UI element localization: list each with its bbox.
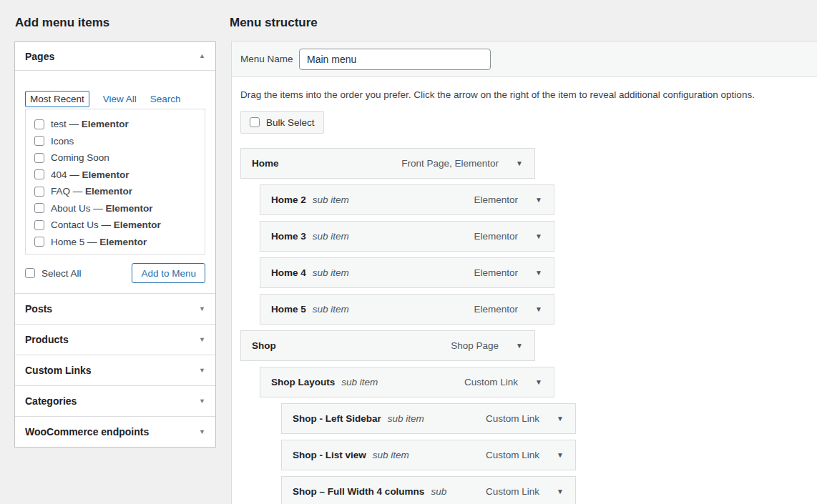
chevron-down-icon[interactable]: ▼ [557, 488, 564, 495]
page-item-state: Elementor [85, 186, 132, 197]
accordion-header[interactable]: WooCommerce endpoints▼ [15, 417, 215, 447]
menu-item-type-label: Elementor [474, 304, 519, 315]
page-item-label: Contact Us — Elementor [51, 219, 161, 230]
accordion-pages-header[interactable]: Pages ▲ [15, 42, 215, 71]
menu-structure-title: Menu structure [230, 16, 318, 30]
page-item-label: Home 5 — Elementor [51, 237, 147, 247]
chevron-down-icon[interactable]: ▼ [516, 160, 523, 167]
menu-items-list: HomeFront Page, Elementor▼Home 2sub item… [240, 148, 808, 504]
menu-item-sub-label: sub [431, 486, 446, 497]
page-item-label: Coming Soon [51, 152, 109, 163]
page-checklist-item[interactable]: Home 5 — Elementor [26, 234, 205, 251]
menu-structure-body: Drag the items into the order you prefer… [232, 89, 817, 504]
sidebar-section-woocommerce-endpoints: WooCommerce endpoints▼ [15, 416, 215, 447]
menu-item-bar[interactable]: Home 2sub itemElementor▼ [260, 184, 554, 215]
drag-instruction: Drag the items into the order you prefer… [240, 89, 808, 100]
chevron-up-icon: ▲ [199, 53, 205, 59]
chevron-down-icon[interactable]: ▼ [535, 197, 542, 204]
menu-item-bar[interactable]: Home 4sub itemElementor▼ [260, 257, 554, 288]
chevron-down-icon[interactable]: ▼ [535, 270, 542, 277]
checkbox-icon[interactable] [34, 136, 44, 146]
accordion-label: WooCommerce endpoints [25, 426, 149, 438]
accordion-label: Products [25, 334, 69, 345]
checkbox-icon[interactable] [34, 203, 44, 213]
checkbox-icon[interactable] [34, 237, 44, 247]
menu-item-title: Shop Layouts [271, 377, 335, 387]
page-item-label: 404 — Elementor [51, 169, 129, 180]
accordion-label: Categories [25, 395, 77, 407]
page-item-state: Elementor [82, 169, 129, 180]
page-item-label: test — Elementor [51, 119, 129, 129]
menu-item-bar[interactable]: HomeFront Page, Elementor▼ [240, 148, 535, 179]
checkbox-icon[interactable] [34, 119, 44, 129]
menu-item-title: Home [252, 158, 279, 169]
checkbox-icon[interactable] [34, 153, 44, 163]
checkbox-icon[interactable] [34, 187, 44, 197]
menu-item-bar[interactable]: Shop – Full Width 4 columnssubCustom Lin… [281, 476, 576, 504]
page-item-state: Elementor [99, 237, 147, 247]
page-checklist-item[interactable]: Coming Soon [26, 149, 205, 167]
menu-item-type-label: Custom Link [486, 413, 539, 424]
chevron-down-icon: ▼ [199, 429, 205, 435]
bulk-select-toggle[interactable]: Bulk Select [240, 111, 324, 134]
menu-item-type-label: Elementor [474, 231, 519, 242]
checkbox-icon[interactable] [34, 169, 44, 179]
sidebar-section-categories: Categories▼ [15, 385, 215, 416]
menu-item-bar[interactable]: ShopShop Page▼ [240, 330, 535, 361]
menu-item-sub-label: sub item [313, 231, 349, 242]
menu-item-sub-label: sub item [313, 304, 349, 315]
menu-item-bar[interactable]: Shop - Left Sidebarsub itemCustom Link▼ [281, 403, 576, 434]
menu-item-bar[interactable]: Shop - List viewsub itemCustom Link▼ [281, 440, 576, 470]
select-all-label: Select All [41, 268, 82, 279]
tab-view-all[interactable]: View All [103, 94, 137, 104]
sidebar-section-products: Products▼ [15, 324, 215, 355]
accordion-label: Posts [25, 303, 52, 315]
menu-item-bar[interactable]: Home 3sub itemElementor▼ [260, 221, 554, 252]
accordion-header[interactable]: Custom Links▼ [15, 355, 215, 385]
chevron-down-icon: ▼ [199, 367, 205, 374]
menu-item-type-label: Custom Link [464, 377, 518, 387]
chevron-down-icon[interactable]: ▼ [535, 379, 542, 386]
add-menu-items-title: Add menu items [15, 16, 109, 30]
tab-search[interactable]: Search [150, 94, 181, 104]
checkbox-icon[interactable] [25, 268, 35, 278]
chevron-down-icon: ▼ [199, 306, 205, 312]
page-item-label: Icons [51, 136, 74, 147]
chevron-down-icon[interactable]: ▼ [516, 342, 523, 350]
chevron-down-icon[interactable]: ▼ [535, 233, 542, 240]
menu-item-bar[interactable]: Home 5sub itemElementor▼ [260, 294, 554, 325]
page-checklist-item[interactable]: Contact Us — Elementor [26, 217, 205, 234]
page-checklist-item[interactable]: FAQ — Elementor [26, 183, 205, 200]
accordion-header[interactable]: Products▼ [15, 325, 215, 355]
page-checklist-item[interactable]: 404 — Elementor [26, 167, 205, 184]
pages-footer: Select All Add to Menu [25, 263, 205, 283]
menu-item-sub-label: sub item [313, 194, 349, 205]
chevron-down-icon[interactable]: ▼ [535, 306, 542, 313]
menu-item-type-label: Custom Link [486, 486, 539, 497]
tab-most-recent[interactable]: Most Recent [25, 91, 89, 107]
pages-panel-body: Most Recent View All Search test — Eleme… [15, 71, 215, 293]
page-item-label: FAQ — Elementor [51, 186, 132, 197]
menu-item-sub-label: sub item [313, 267, 349, 278]
chevron-down-icon[interactable]: ▼ [557, 415, 564, 423]
accordion-header[interactable]: Posts▼ [15, 294, 215, 324]
select-all-control[interactable]: Select All [25, 268, 82, 279]
sidebar-section-custom-links: Custom Links▼ [15, 355, 215, 385]
menu-item-sub-label: sub item [388, 413, 424, 424]
accordion-header[interactable]: Categories▼ [15, 386, 215, 416]
menu-name-input[interactable] [299, 49, 491, 70]
menu-item-bar[interactable]: Shop Layoutssub itemCustom Link▼ [260, 367, 554, 397]
page-checklist-item[interactable]: test — Elementor [26, 116, 205, 133]
menu-item-type-label: Custom Link [486, 450, 539, 460]
page-checklist-item[interactable]: Icons [26, 133, 205, 150]
add-to-menu-button[interactable]: Add to Menu [132, 263, 205, 283]
menu-item-title: Home 4 [271, 267, 306, 278]
checkbox-icon[interactable] [34, 220, 44, 230]
pages-tabs: Most Recent View All Search [25, 91, 205, 107]
checkbox-icon[interactable] [250, 117, 260, 127]
chevron-down-icon: ▼ [199, 337, 205, 343]
menu-item-type-label: Elementor [474, 267, 519, 278]
chevron-down-icon[interactable]: ▼ [557, 452, 564, 459]
page-checklist-item[interactable]: About Us — Elementor [26, 200, 205, 217]
menu-item-type-label: Elementor [474, 194, 519, 205]
